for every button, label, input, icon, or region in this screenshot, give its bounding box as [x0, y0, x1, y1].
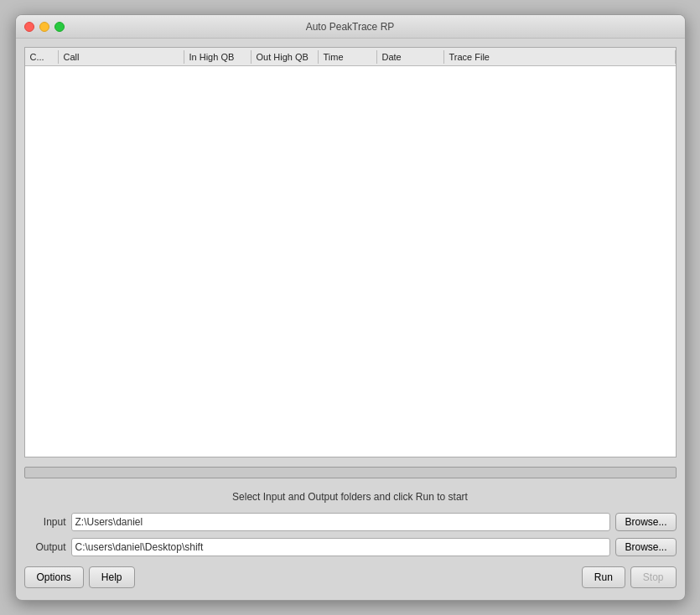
close-button[interactable]: [24, 22, 34, 32]
col-header-call: Call: [59, 50, 184, 64]
progress-bar-container: [24, 467, 677, 478]
output-browse-button[interactable]: Browse...: [615, 538, 676, 556]
traffic-lights: [24, 22, 65, 32]
left-buttons: Options Help: [24, 566, 135, 588]
stop-button[interactable]: Stop: [630, 566, 677, 588]
col-header-out-high-qb: Out High QB: [251, 50, 319, 64]
window-title: Auto PeakTrace RP: [306, 21, 395, 33]
input-label: Input: [24, 516, 66, 528]
maximize-button[interactable]: [54, 22, 65, 32]
window-content: C... Call In High QB Out High QB Time Da…: [16, 39, 685, 600]
col-header-in-high-qb: In High QB: [184, 50, 251, 64]
right-buttons: Run Stop: [582, 566, 677, 588]
main-window: Auto PeakTrace RP C... Call In High QB O…: [15, 14, 686, 601]
title-bar: Auto PeakTrace RP: [16, 15, 685, 39]
minimize-button[interactable]: [39, 22, 49, 32]
options-button[interactable]: Options: [24, 566, 84, 588]
input-field[interactable]: [71, 513, 611, 531]
col-header-trace-file: Trace File: [444, 50, 676, 64]
col-header-c: C...: [25, 50, 59, 64]
status-message: Select Input and Output folders and clic…: [24, 488, 677, 506]
table-header: C... Call In High QB Out High QB Time Da…: [25, 48, 676, 66]
input-field-row: Input Browse...: [24, 513, 677, 531]
data-table: C... Call In High QB Out High QB Time Da…: [24, 47, 677, 457]
bottom-buttons: Options Help Run Stop: [24, 563, 677, 592]
col-header-time: Time: [319, 50, 377, 64]
table-body: [25, 66, 676, 457]
progress-area: [24, 464, 677, 481]
output-field[interactable]: [71, 538, 611, 556]
output-label: Output: [24, 541, 66, 553]
run-button[interactable]: Run: [582, 566, 625, 588]
output-field-row: Output Browse...: [24, 538, 677, 556]
col-header-date: Date: [377, 50, 444, 64]
help-button[interactable]: Help: [89, 566, 135, 588]
input-browse-button[interactable]: Browse...: [615, 513, 676, 531]
